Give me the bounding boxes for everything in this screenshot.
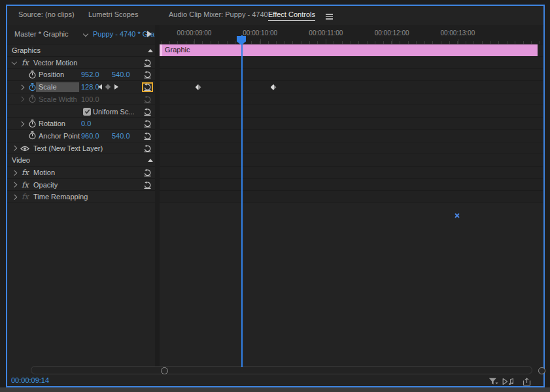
ruler-minor-tick	[292, 41, 293, 44]
collapse-triangle-icon[interactable]	[148, 159, 153, 162]
opacity-label[interactable]: Opacity	[33, 181, 58, 189]
row-anchor-point: Anchor Point960.0540.0	[7, 130, 155, 142]
row-graphics: Graphics	[7, 44, 155, 57]
vector-motion-label[interactable]: Vector Motion	[33, 59, 77, 67]
expand-chevron-icon[interactable]	[12, 182, 17, 188]
timeline-row	[160, 118, 543, 130]
stopwatch-icon[interactable]	[29, 131, 36, 140]
timeline-row	[160, 69, 543, 81]
stopwatch-icon[interactable]	[29, 71, 36, 79]
reset-parameter-button[interactable]	[142, 58, 153, 68]
text-new-text-layer-label[interactable]: Text (New Text Layer)	[33, 144, 103, 152]
zoom-scrollbar-left-handle[interactable]	[161, 367, 168, 374]
ruler-minor-tick	[251, 41, 252, 44]
ruler-minor-tick	[383, 41, 384, 44]
clip-bar-label: Graphic	[165, 46, 190, 54]
ruler-minor-tick	[194, 41, 194, 44]
panel-menu-icon[interactable]	[326, 12, 333, 21]
anchor-point-value-0[interactable]: 960.0	[81, 132, 99, 140]
ruler-label: 00:00:12:00	[375, 29, 409, 37]
zoom-scrollbar-right-handle[interactable]	[538, 367, 545, 374]
stopwatch-icon[interactable]	[29, 120, 36, 128]
ruler-minor-tick	[416, 41, 417, 44]
collapse-triangle-icon[interactable]	[148, 49, 153, 52]
motion-label[interactable]: Motion	[33, 169, 55, 176]
expand-chevron-icon[interactable]	[12, 146, 17, 151]
expand-chevron-icon[interactable]	[19, 84, 24, 90]
tab-lumetri-scopes[interactable]: Lumetri Scopes	[88, 10, 138, 18]
fx-icon: fx	[22, 192, 29, 201]
reset-parameter-button[interactable]	[142, 95, 153, 105]
reset-parameter-button[interactable]	[142, 168, 153, 178]
expand-chevron-icon[interactable]	[19, 97, 24, 102]
row-uniform-sc: Uniform Sc...	[7, 106, 155, 118]
timeline-ruler[interactable]: 00:00:09:0000:00:10:0000:00:11:0000:00:1…	[160, 25, 543, 44]
row-position: Position952.0540.0	[7, 69, 155, 81]
panel-divider[interactable]	[155, 25, 160, 367]
time-remapping-label[interactable]: Time Remapping	[33, 193, 88, 201]
row-vector-motion: fxVector Motion	[7, 57, 155, 69]
ruler-minor-tick	[334, 41, 334, 44]
anchor-point-label[interactable]: Anchor Point	[39, 132, 80, 140]
rotation-label[interactable]: Rotation	[39, 120, 65, 127]
row-scale-width: Scale Width100.0	[7, 93, 155, 106]
filter-properties-icon[interactable]	[489, 378, 498, 385]
tab-audio-clip-mixer-puppy-4740[interactable]: Audio Clip Mixer: Puppy - 4740	[169, 10, 268, 18]
ruler-minor-tick	[400, 41, 400, 44]
scale-label[interactable]: Scale	[39, 83, 57, 91]
ruler-label: 00:00:13:00	[440, 29, 475, 37]
ruler-minor-tick	[169, 41, 170, 44]
graphic-clip-bar: Graphic	[160, 44, 538, 56]
reset-parameter-button[interactable]	[142, 119, 153, 129]
position-value-0[interactable]: 952.0	[81, 71, 99, 78]
expand-chevron-icon[interactable]	[19, 122, 24, 127]
ruler-minor-tick	[473, 41, 474, 44]
ruler-minor-tick	[186, 41, 186, 44]
timeline-row	[160, 130, 543, 142]
ruler-minor-tick	[498, 41, 499, 44]
expand-chevron-icon[interactable]	[12, 59, 17, 65]
reset-parameter-button[interactable]	[142, 82, 153, 92]
rotation-value-0[interactable]: 0.0	[81, 120, 91, 127]
tab-effect-controls[interactable]: Effect Controls	[268, 10, 315, 21]
next-keyframe-button[interactable]	[114, 84, 118, 90]
tab-source-no-clips[interactable]: Source: (no clips)	[18, 10, 75, 18]
add-keyframe-button[interactable]	[105, 84, 111, 90]
ruler-minor-tick	[268, 41, 269, 44]
section-label-video: Video	[12, 156, 30, 164]
ruler-minor-tick	[466, 41, 466, 44]
snap-x-icon	[455, 213, 460, 218]
effect-controls-panel: Source: (no clips)Lumetri ScopesAudio Cl…	[6, 5, 545, 387]
reset-parameter-button[interactable]	[142, 144, 153, 154]
ruler-minor-tick	[424, 41, 425, 44]
position-label[interactable]: Position	[39, 71, 64, 78]
export-icon[interactable]	[523, 378, 531, 386]
horizontal-scrollbar-track[interactable]	[31, 366, 532, 374]
window-bottom-strip	[0, 387, 550, 392]
chevron-down-icon[interactable]	[83, 31, 88, 37]
eye-icon[interactable]	[20, 146, 29, 152]
reset-parameter-button[interactable]	[142, 180, 153, 190]
expand-chevron-icon[interactable]	[12, 170, 17, 175]
expand-chevron-icon[interactable]	[12, 195, 17, 200]
timeline-row	[160, 57, 543, 69]
position-value-1[interactable]: 540.0	[112, 71, 130, 78]
play-audio-icon[interactable]	[502, 378, 514, 385]
anchor-point-value-1[interactable]: 540.0	[112, 132, 130, 140]
scale-value-0[interactable]: 128.0	[81, 83, 99, 91]
ruler-minor-tick	[260, 41, 260, 44]
scale-width-value-0[interactable]: 100.0	[81, 95, 99, 103]
uniform-scale-checkbox[interactable]	[83, 108, 91, 116]
stopwatch-icon[interactable]	[29, 95, 36, 103]
master-clip-tab[interactable]: Master * Graphic	[14, 30, 69, 38]
current-timecode[interactable]: 00:00:09:14	[11, 376, 49, 384]
reset-parameter-button[interactable]	[142, 131, 153, 141]
reset-parameter-button[interactable]	[142, 107, 153, 117]
play-arrow-icon[interactable]	[147, 31, 152, 37]
row-video: Video	[7, 154, 155, 167]
scale-width-label[interactable]: Scale Width	[39, 95, 77, 103]
ruler-minor-tick	[309, 41, 310, 44]
stopwatch-icon[interactable]	[29, 83, 36, 91]
prev-keyframe-button[interactable]	[98, 84, 102, 90]
reset-parameter-button[interactable]	[142, 70, 153, 80]
